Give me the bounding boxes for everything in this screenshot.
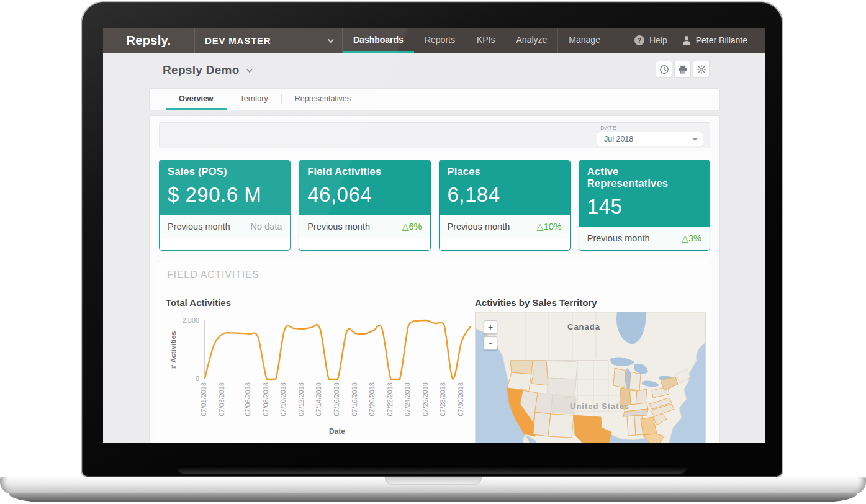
state-arizona (533, 412, 551, 436)
screenshot-stage: Repsly. DEV MASTER Dashboards Reports KP… (0, 0, 866, 504)
state-washington (510, 361, 533, 374)
x-tick-label: 07/14/2018 (315, 382, 322, 416)
dashboard-tabs: Overview Territory Representatives (149, 88, 720, 110)
workspace-name: DEV MASTER (205, 35, 271, 46)
x-tick-label: 07/26/2018 (422, 382, 429, 416)
kpi-compare-label: Previous month (587, 233, 650, 243)
x-tick-label: 07/18/2018 (351, 382, 358, 416)
kpi-card-active-representatives: Active Representatives 145 Previous mont… (579, 160, 710, 251)
section-title: FIELD ACTIVITIES (166, 268, 703, 287)
chart-x-tick-labels: 07/01/201807/03/201807/06/201807/08/2018… (204, 382, 470, 426)
date-filter-value: Jul 2018 (604, 135, 633, 143)
kpi-delta-badge: △10% (537, 222, 562, 232)
x-tick-label: 07/20/2018 (368, 382, 376, 416)
laptop-bezel: Repsly. DEV MASTER Dashboards Reports KP… (82, 2, 782, 477)
x-tick-label: 07/01/2018 (200, 382, 207, 416)
activities-series-line (205, 320, 471, 379)
workspace-dropdown[interactable]: DEV MASTER (195, 28, 342, 53)
y-tick-zero: 0 (173, 375, 199, 382)
laptop-base (0, 477, 866, 494)
user-name: Peter Billante (696, 35, 747, 45)
nav-item-kpis[interactable]: KPIs (466, 28, 506, 53)
kpi-compare-label: Previous month (168, 222, 230, 232)
map-zoom-in-button[interactable]: + (484, 320, 497, 334)
dashboard-title-dropdown[interactable]: Repsly Demo (163, 63, 251, 77)
kpi-card-title: Places (448, 166, 562, 178)
kpi-delta-badge: △3% (682, 233, 701, 243)
x-tick-label: 07/30/2018 (457, 382, 464, 416)
x-tick-label: 07/16/2018 (333, 382, 340, 416)
map-label-united-states: United States (570, 402, 629, 411)
total-activities-chart: Total Activities # Activities 2,800 0 (166, 297, 471, 443)
kpi-card-places: Places 6,184 Previous month △10% (439, 160, 571, 251)
date-filter-select[interactable]: Jul 2018 (597, 132, 703, 146)
nav-item-analyze[interactable]: Analyze (506, 28, 558, 53)
x-tick-label: 07/06/2018 (244, 382, 251, 416)
print-button[interactable] (674, 61, 691, 78)
kpi-compare-label: Previous month (448, 222, 510, 232)
clock-icon (659, 65, 669, 74)
x-tick-label: 07/24/2018 (404, 382, 411, 416)
user-icon (682, 35, 691, 45)
filter-bar: DATE Jul 2018 (159, 122, 710, 148)
chart-x-axis-label: Date (204, 427, 470, 436)
state-oregon (507, 372, 531, 390)
help-button[interactable]: ? Help (626, 28, 676, 53)
activities-by-territory: Activities by Sales Territory + - (475, 297, 706, 443)
dashboard-actions (654, 61, 710, 78)
chart-title: Total Activities (166, 297, 471, 308)
kpi-card-title: Sales (POS) (168, 166, 282, 178)
map-label-canada: Canada (567, 322, 600, 331)
x-tick-label: 07/28/2018 (439, 382, 446, 416)
x-tick-label: 07/08/2018 (262, 382, 269, 416)
map-zoom-out-button[interactable]: - (484, 336, 497, 350)
user-menu[interactable]: Peter Billante (676, 28, 765, 53)
laptop-hinge (178, 466, 687, 474)
kpi-delta-badge: △6% (402, 222, 422, 232)
top-navbar: Repsly. DEV MASTER Dashboards Reports KP… (103, 28, 765, 53)
tab-territory[interactable]: Territory (227, 89, 281, 110)
brand-logo[interactable]: Repsly. (103, 28, 194, 53)
date-filter-label: DATE (600, 125, 616, 131)
north-america-map: Canada United States (476, 312, 706, 443)
state-michigan (629, 372, 641, 390)
activities-line-chart (204, 320, 470, 379)
map-title: Activities by Sales Territory (475, 297, 706, 308)
dashboard-page: Repsly Demo (103, 53, 765, 443)
schedule-button[interactable] (656, 61, 672, 78)
chevron-down-icon (692, 135, 697, 140)
printer-icon (678, 65, 688, 74)
tab-representatives[interactable]: Representatives (282, 89, 364, 110)
settings-button[interactable] (693, 61, 710, 78)
laptop-notch (385, 477, 482, 485)
help-label: Help (649, 35, 667, 45)
tab-overview[interactable]: Overview (166, 89, 227, 110)
kpi-card-field-activities: Field Activities 46,064 Previous month △… (299, 160, 430, 251)
nav-item-dashboards[interactable]: Dashboards (343, 28, 414, 53)
state-idaho (531, 361, 548, 385)
help-icon: ? (634, 35, 644, 45)
chevron-down-icon (246, 66, 253, 73)
kpi-card-value: 145 (587, 195, 701, 218)
kpi-card-title: Field Activities (307, 166, 422, 178)
x-tick-label: 07/12/2018 (297, 382, 305, 416)
chart-y-axis-label: # Activities (169, 320, 179, 379)
kpi-card-value: 6,184 (448, 183, 562, 207)
kpi-card-title: Active Representatives (587, 166, 701, 189)
page-title: Repsly Demo (163, 63, 240, 77)
kpi-cards-row: Sales (POS) $ 290.6 M Previous month No … (159, 160, 710, 251)
territory-map[interactable]: + - (475, 312, 706, 443)
state-new-mexico (548, 414, 574, 438)
kpi-card-value: 46,064 (307, 183, 422, 207)
kpi-card-value: $ 290.6 M (168, 183, 282, 207)
kpi-delta-badge: No data (250, 222, 282, 232)
screen-viewport: Repsly. DEV MASTER Dashboards Reports KP… (103, 28, 765, 443)
y-tick-max: 2,800 (173, 317, 199, 324)
state-wisconsin (613, 368, 626, 388)
laptop-base-edge (9, 493, 857, 502)
nav-item-reports[interactable]: Reports (414, 28, 466, 53)
x-tick-label: 07/10/2018 (279, 382, 287, 416)
gear-icon (697, 65, 706, 74)
nav-item-manage[interactable]: Manage (558, 28, 611, 53)
dashboard-content-panel: DATE Jul 2018 Sales (POS) $ 290.6 M (149, 115, 720, 443)
